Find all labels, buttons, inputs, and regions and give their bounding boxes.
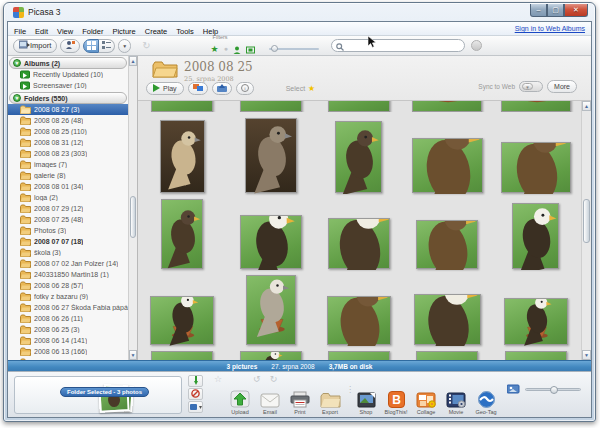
photo-thumbnail[interactable] (512, 203, 559, 269)
sync-toggle-knob[interactable]: ▼ (522, 83, 533, 90)
album-item[interactable]: Recently Updated (10) (8, 69, 128, 80)
star-icon[interactable]: ★ (308, 84, 315, 93)
photo-thumbnail[interactable] (328, 101, 390, 112)
folder-item[interactable]: 2008 06 25 (3) (8, 324, 128, 335)
photo-thumbnail[interactable] (245, 118, 297, 193)
folder-item[interactable]: 2008 08 27 (3) (8, 104, 128, 115)
menu-file[interactable]: File (14, 27, 26, 36)
photo-thumbnail[interactable] (327, 296, 391, 345)
export-button[interactable]: Export (316, 388, 344, 415)
grid-scrollbar[interactable]: ▲ ▼ (581, 101, 591, 360)
shop-button[interactable]: Shop (352, 388, 380, 415)
collage-small-button[interactable] (188, 82, 208, 95)
select-label[interactable]: Select (286, 85, 305, 92)
folder-item[interactable]: Photos (3) (8, 225, 128, 236)
movies-filter-icon[interactable] (246, 40, 255, 58)
folder-item[interactable]: fotky z bazaru (9) (8, 291, 128, 302)
blogthis-button[interactable]: BBlogThis! (382, 388, 410, 415)
menu-edit[interactable]: Edit (35, 27, 48, 36)
minimize-button[interactable]: – (530, 4, 547, 17)
view-dropdown-button[interactable]: ▼ (118, 39, 131, 53)
close-button[interactable]: ✕ (564, 4, 588, 17)
photo-thumbnail[interactable] (150, 296, 214, 345)
face-filter-icon[interactable]: ● (224, 45, 228, 53)
import-button[interactable]: Import (13, 39, 57, 53)
folder-item[interactable]: galerie (8) (8, 170, 128, 181)
movie-button[interactable]: Movie (442, 388, 470, 415)
maximize-button[interactable]: ▢ (547, 4, 564, 17)
folder-item[interactable]: 2008 06 14 (141) (8, 335, 128, 346)
folder-item[interactable]: 2008 08 23 (303) (8, 148, 128, 159)
photo-thumbnail[interactable] (246, 275, 296, 345)
clear-button[interactable] (188, 388, 203, 400)
upload-small-button[interactable] (212, 82, 232, 95)
photo-thumbnail[interactable] (240, 101, 302, 112)
menu-tools[interactable]: Tools (176, 27, 194, 36)
folder-item[interactable]: 2008 07 07 (18) (8, 236, 128, 247)
folder-item[interactable]: 2008 08 25 (110) (8, 126, 128, 137)
folder-item[interactable]: 2008 07 29 (12) (8, 203, 128, 214)
grid-scroll-up-icon[interactable]: ▲ (582, 101, 591, 111)
folder-item[interactable]: 2008 06 27 Škoda Fabia pápá (8, 302, 128, 313)
grid-scroll-down-icon[interactable]: ▼ (582, 350, 591, 360)
folders-header[interactable]: ▼ Folders (550) (9, 92, 127, 104)
collapse-albums-icon[interactable]: ▼ (13, 59, 21, 67)
photo-thumbnail[interactable] (161, 199, 203, 269)
sidebar-scroll-thumb[interactable] (130, 196, 136, 238)
info-button[interactable]: i (236, 82, 254, 95)
folder-item[interactable]: 2008 07 02 Jan Polzer (14) (8, 258, 128, 269)
collapse-folders-icon[interactable]: ▼ (13, 94, 21, 102)
photo-thumbnail[interactable] (328, 351, 390, 360)
signin-link[interactable]: Sign in to Web Albums (515, 25, 585, 32)
photo-thumbnail[interactable] (501, 101, 571, 112)
tag-button[interactable] (188, 401, 203, 413)
hold-button[interactable] (188, 375, 203, 387)
menu-picture[interactable]: Picture (112, 27, 135, 36)
grid-scroll-thumb[interactable] (583, 199, 590, 243)
photo-thumbnail[interactable] (414, 294, 481, 345)
folder-item[interactable]: 2008 08 31 (12) (8, 137, 128, 148)
menu-view[interactable]: View (57, 27, 73, 36)
folder-item[interactable]: header (1) (8, 357, 128, 360)
folder-item[interactable]: 2008 08 01 (34) (8, 181, 128, 192)
folder-item[interactable]: loga (2) (8, 192, 128, 203)
photo-thumbnail[interactable] (416, 220, 478, 269)
email-button[interactable]: Email (256, 388, 284, 415)
scroll-down-icon[interactable]: ▼ (129, 350, 137, 360)
people-filter-icon[interactable] (233, 40, 241, 58)
date-range-slider[interactable] (269, 48, 319, 50)
folder-item[interactable]: images (7) (8, 159, 128, 170)
starred-filter-icon[interactable]: ★ (211, 45, 219, 53)
folder-item[interactable]: 2008 06 26 (11) (8, 313, 128, 324)
print-button[interactable]: Print (286, 388, 314, 415)
more-button[interactable]: More (547, 80, 577, 93)
sync-toggle[interactable]: ▼ (519, 81, 543, 92)
list-view-button[interactable] (99, 39, 115, 53)
photo-thumbnail[interactable] (412, 101, 482, 112)
search-input[interactable] (347, 41, 460, 50)
photo-thumbnail[interactable] (160, 120, 205, 193)
photo-thumbnail[interactable] (151, 351, 213, 360)
play-button[interactable]: Play (146, 82, 184, 95)
zoom-slider[interactable] (525, 388, 581, 391)
upload-button[interactable]: Upload (226, 388, 254, 415)
photo-thumbnail[interactable] (504, 298, 568, 345)
zoom-slider-knob[interactable] (550, 386, 558, 394)
folder-item[interactable]: 2008 08 26 (48) (8, 115, 128, 126)
menu-folder[interactable]: Folder (82, 27, 103, 36)
folder-item[interactable]: 2008 06 13 (166) (8, 346, 128, 357)
sidebar-scrollbar[interactable]: ▲ ▼ (128, 56, 137, 360)
menu-create[interactable]: Create (145, 27, 168, 36)
collage-button[interactable]: Collage (412, 388, 440, 415)
photo-thumbnail[interactable] (505, 351, 567, 360)
slider-knob[interactable] (271, 45, 278, 52)
photo-thumbnail[interactable] (151, 101, 213, 112)
photo-thumbnail[interactable] (416, 351, 478, 360)
geotag-button[interactable]: Geo-Tag (472, 388, 500, 415)
folder-title[interactable]: 2008 08 25 (184, 60, 253, 74)
folder-item[interactable]: škola (3) (8, 247, 128, 258)
photo-thumbnail[interactable] (328, 218, 390, 269)
scroll-up-icon[interactable]: ▲ (129, 56, 137, 66)
photo-thumbnail[interactable] (240, 215, 302, 269)
photo-thumbnail[interactable] (240, 351, 302, 360)
